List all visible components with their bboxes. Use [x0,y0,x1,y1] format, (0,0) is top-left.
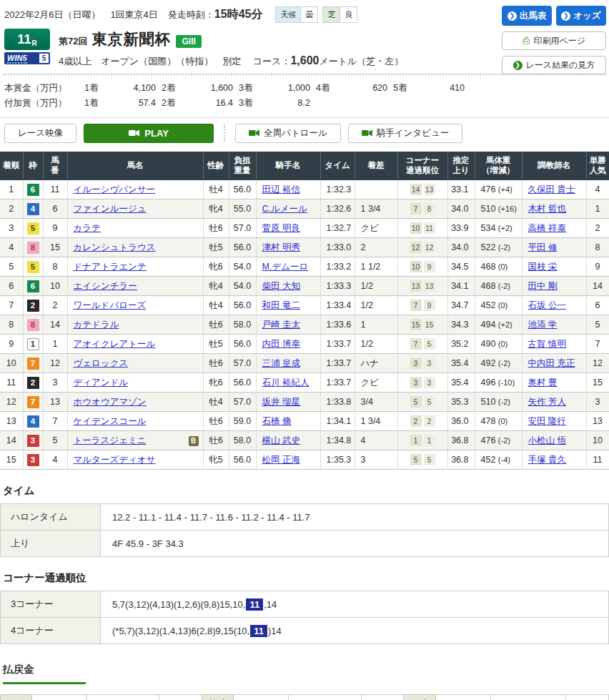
jockey-link[interactable]: 石川 裕紀人 [262,378,310,388]
trainer-link[interactable]: 国枝 栄 [528,262,558,272]
trainer-link[interactable]: 石坂 公一 [528,300,566,310]
horse-name-link[interactable]: ケイデンスコール [74,416,147,426]
horse-name-link[interactable]: ファインルージュ [74,204,147,214]
horse-number: 7 [43,412,67,431]
horse-name-link[interactable]: ホウオウアマゾン [74,397,147,407]
patrol-video-label: 全周パトロール [264,127,327,139]
jockey-link[interactable]: 柴田 大知 [262,281,300,291]
horse-name-cell: エイシンチラー [67,277,203,296]
horse-name-link[interactable]: アオイクレアトール [74,339,156,349]
race-video-button[interactable]: レース映像 [4,124,76,143]
horse-name-link[interactable]: ディアンドル [74,378,129,388]
horse-name-link[interactable]: イルーシヴパンサー [74,184,156,194]
trainer-link[interactable]: 矢作 芳人 [528,397,566,407]
jockey-link[interactable]: M.デムーロ [262,262,309,272]
horse-name-link[interactable]: ヴェロックス [74,358,129,368]
trainer-link[interactable]: 平田 修 [528,242,558,252]
patrol-video-button[interactable]: 全周パトロール [235,124,341,143]
frame-cell: 5 [23,257,43,277]
horse-name-link[interactable]: ワールドバローズ [74,300,147,310]
jockey-link[interactable]: 戸崎 圭太 [262,320,300,330]
horse-name-link[interactable]: トーラスジェミニ [74,435,147,445]
horse-weight-diff: (-2) [498,243,510,252]
jockey-link[interactable]: 和田 竜二 [262,300,300,310]
trainer-link[interactable]: 中内田 充正 [528,358,575,368]
horse-name-link[interactable]: マルターズディオサ [74,455,156,465]
frame-cell: 2 [23,296,43,315]
trainer-link[interactable]: 高橋 祥泰 [528,223,566,233]
margin: 2 [355,238,397,257]
trainer-link[interactable]: 木村 哲也 [528,204,566,214]
time-row-value: 12.2 - 11.1 - 11.4 - 11.7 - 11.6 - 11.2 … [101,504,609,531]
horse-weight-value: 490 [481,339,498,349]
margin: クビ [355,373,397,393]
trainer-link[interactable]: 小桧山 悟 [528,435,566,445]
trainer-link[interactable]: 古賀 慎明 [528,339,566,349]
horse-weight: 490 (0) [475,335,522,354]
sex-age: 牝4 [203,199,229,219]
jockey-interview-button[interactable]: 騎手インタビュー [348,124,462,143]
trainer-link[interactable]: 池添 学 [528,320,558,330]
jockey-link[interactable]: 内田 博幸 [262,339,300,349]
entry-table-button[interactable]: ❯ 出馬表 [502,6,552,26]
odds-button[interactable]: ❯ オッズ [556,6,606,26]
corner4-position: 3 [424,358,435,369]
last-3f: 35.4 [447,354,475,373]
corner-row-value: 5,7(3,12)(4,13)(1,2,6)(9,8)15,10,11,14 [101,591,609,618]
jockey-link[interactable]: 田辺 裕信 [262,184,300,194]
horse-name-cell: ワールドバローズ [67,296,203,315]
horse-name-cell: ファインルージュ [67,199,203,219]
trainer-link[interactable]: 安田 隆行 [528,416,566,426]
horse-name-link[interactable]: カラテ [74,223,101,233]
horse-number: 12 [43,354,67,373]
horse-name-link[interactable]: カテドラル [74,320,119,330]
trainer-link[interactable]: 田中 剛 [528,281,558,291]
result-row: 1347ケイデンスコール牡659.0石橋 脩1:34.11 3/42236.04… [0,412,609,431]
jockey-cell: 菅原 明良 [256,219,320,238]
jockey-link[interactable]: 松岡 正海 [262,455,300,465]
jockey-link[interactable]: 横山 武史 [262,435,300,445]
trainer-link[interactable]: 手塚 貴久 [528,455,566,465]
sex-age: 牡5 [203,238,229,257]
play-button[interactable]: PLAY [84,124,214,143]
jockey-link[interactable]: 三浦 皇成 [262,358,300,368]
horse-name-cell: カレンシュトラウス [67,238,203,257]
print-page-label: 印刷用ページ [533,35,585,47]
horse-weight: 534 (+2) [475,219,522,238]
frame-badge: 1 [27,338,39,350]
horse-weight-diff: (+4) [498,185,513,194]
trainer-link[interactable]: 奥村 豊 [528,378,558,388]
added-prize-row: 付加賞（万円） 1着57.42着16.43着8.2 [4,96,609,111]
horse-name-link[interactable]: ドナアトラエンテ [74,262,147,272]
trainer-link[interactable]: 久保田 貴士 [528,184,575,194]
trainer-cell: 奥村 豊 [522,373,586,393]
time-row-label: 上り [1,531,101,557]
horse-weight: 468 (-2) [475,277,522,296]
horse-weight-value: 510 [481,204,498,214]
main-prize-value: 620 [340,81,387,96]
corner3-position: 14 [410,184,422,195]
corner3-position: 2 [410,415,422,427]
finish-position: 8 [0,315,23,335]
result-row: 12713ホウオウアマゾン牡457.0坂井 瑠星1:33.83/45535.35… [0,393,609,412]
horse-name-link[interactable]: カレンシュトラウス [74,242,156,252]
horse-weight-value: 522 [481,242,498,252]
print-page-button[interactable]: ⎙ 印刷用ページ [502,31,606,50]
jockey-link[interactable]: 坂井 瑠星 [262,397,300,407]
trainer-cell: 手塚 貴久 [522,450,586,470]
result-guide-button[interactable]: ❯ レース結果の見方 [502,56,606,74]
jockey-link[interactable]: 石橋 脩 [262,416,292,426]
payout-combination: 6-11 [435,695,491,700]
horse-name-cell: マルターズディオサ [67,450,203,470]
grade-badge: GIII [176,35,201,48]
horse-weight-diff: (0) [498,301,508,310]
jockey-link[interactable]: 津村 明秀 [262,242,300,252]
weather-label: 天候 [275,6,300,23]
result-row: 1534マルターズディオサ牝556.0松岡 正海1:35.335536.8452… [0,450,609,470]
frame-badge: 4 [27,203,39,215]
jockey-link[interactable]: 菅原 明良 [262,223,300,233]
jockey-link[interactable]: C.ルメール [262,204,307,214]
horse-name-link[interactable]: エイシンチラー [74,281,137,291]
results-column-header: 馬名 [67,152,203,180]
corner-positions: 1011 [397,219,447,238]
